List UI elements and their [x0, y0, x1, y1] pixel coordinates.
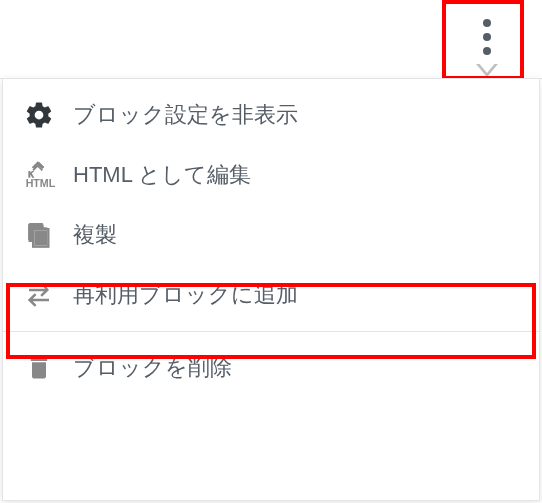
toolbar	[0, 0, 542, 79]
menu-item-label: HTML として編集	[73, 160, 251, 190]
menu-item-label: ブロック設定を非表示	[73, 100, 298, 130]
menu-item-label: 再利用ブロックに追加	[73, 280, 298, 310]
refresh-icon	[23, 279, 55, 311]
svg-rect-3	[34, 230, 47, 245]
svg-text:HTML: HTML	[26, 177, 55, 189]
html-icon: HTML	[23, 159, 55, 191]
menu-item-duplicate[interactable]: 複製	[3, 205, 539, 265]
menu-item-label: ブロックを削除	[73, 353, 232, 383]
menu-item-label: 複製	[73, 220, 117, 250]
menu-item-edit-as-html[interactable]: HTML HTML として編集	[3, 145, 539, 205]
menu-item-hide-block-settings[interactable]: ブロック設定を非表示	[3, 85, 539, 145]
menu-group-1: ブロック設定を非表示 HTML HTML として編集	[3, 79, 539, 331]
gear-icon	[23, 99, 55, 131]
more-options-button[interactable]	[456, 6, 518, 68]
trash-icon	[23, 352, 55, 384]
menu-item-add-to-reusable[interactable]: 再利用ブロックに追加	[3, 265, 539, 325]
menu-item-delete-block[interactable]: ブロックを削除	[3, 338, 539, 398]
more-vertical-icon	[483, 19, 491, 55]
block-options-menu: ブロック設定を非表示 HTML HTML として編集	[2, 78, 540, 501]
dropdown-caret-inner	[478, 62, 496, 73]
menu-group-2: ブロックを削除	[3, 332, 539, 404]
copy-icon	[23, 219, 55, 251]
